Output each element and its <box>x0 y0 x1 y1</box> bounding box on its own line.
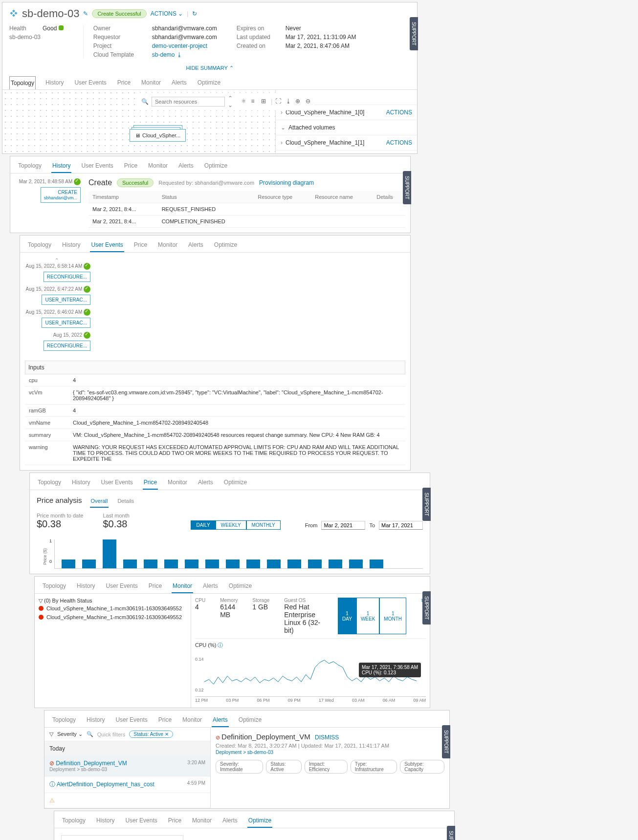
tab-monitor[interactable]: Monitor <box>181 713 203 727</box>
list-icon[interactable]: ≡ <box>251 98 258 106</box>
tab-topology[interactable]: Topology <box>42 580 67 593</box>
from-date-input[interactable] <box>321 521 365 530</box>
tab-optimize[interactable]: Optimize <box>247 814 272 828</box>
tab-optimize[interactable]: Optimize <box>213 238 238 252</box>
active-chip[interactable]: Status: Active ✕ <box>129 731 173 738</box>
edit-icon[interactable]: ✎ <box>83 10 88 17</box>
tab-user-events[interactable]: User Events <box>90 238 124 252</box>
tab-topology[interactable]: Topology <box>27 238 52 252</box>
tab-optimize[interactable]: Optimize <box>197 76 221 89</box>
quick-filters[interactable]: Quick filters <box>97 732 125 737</box>
vm-list-item[interactable]: Cloud_vSphere_Machine_1-mcm306191-163093… <box>39 604 187 613</box>
support-tab[interactable]: SUPPORT <box>403 171 411 204</box>
graph-icon[interactable]: ⚛ <box>241 98 248 106</box>
tab-price[interactable]: Price <box>167 814 182 828</box>
tab-price[interactable]: Price <box>143 476 158 490</box>
actions-dropdown[interactable]: ACTIONS ⌄ <box>151 10 183 17</box>
event-create[interactable]: CREATEsbhandari@vm... <box>41 187 81 203</box>
tab-history[interactable]: History <box>76 580 96 593</box>
tab-monitor[interactable]: Monitor <box>147 159 169 173</box>
tab-user-events[interactable]: User Events <box>80 159 114 173</box>
refresh-icon[interactable]: ↻ <box>192 10 197 17</box>
tab-monitor[interactable]: Monitor <box>167 476 188 490</box>
tab-price[interactable]: Price <box>116 76 132 89</box>
template-link[interactable]: sb-demo ⭳ <box>152 51 182 58</box>
to-date-input[interactable] <box>379 521 423 530</box>
download-icon[interactable]: ⭳ <box>286 98 292 106</box>
search-input[interactable] <box>152 97 225 107</box>
event-reconfigure[interactable]: RECONFIGURE... <box>44 272 90 282</box>
tab-topology[interactable]: Topology <box>9 76 36 89</box>
collapse-icon[interactable]: ⌃ <box>23 258 90 263</box>
table-row[interactable]: Mar 2, 2021, 8:4...COMPLETION_FINISHED <box>88 215 405 228</box>
zoom-in-icon[interactable]: ⊕ <box>295 98 302 106</box>
subtab-overall[interactable]: Overall <box>90 495 109 508</box>
tab-monitor[interactable]: Monitor <box>172 580 193 593</box>
tab-topology[interactable]: Topology <box>17 159 43 173</box>
tab-monitor[interactable]: Monitor <box>140 76 162 89</box>
tab-user-events[interactable]: User Events <box>105 580 138 593</box>
severity-filter[interactable]: Severity ⌄ <box>57 731 83 737</box>
tab-price[interactable]: Price <box>133 238 148 252</box>
dismiss-button[interactable]: DISMISS <box>315 734 339 741</box>
tab-optimize[interactable]: Optimize <box>228 580 253 593</box>
event-user-interact[interactable]: USER_INTERAC... <box>42 295 90 305</box>
tab-alerts[interactable]: Alerts <box>177 159 195 173</box>
fit-icon[interactable]: ⛶ <box>275 98 282 106</box>
project-link[interactable]: demo-vcenter-project <box>152 43 207 49</box>
tab-topology[interactable]: Topology <box>51 713 77 727</box>
tab-topology[interactable]: Topology <box>37 476 62 490</box>
tab-history[interactable]: History <box>44 76 65 89</box>
range-1week[interactable]: 1 WEEK <box>356 598 379 634</box>
vm-node[interactable]: 🖥Cloud_vSpher... <box>130 129 186 142</box>
tab-history[interactable]: History <box>51 159 71 173</box>
tab-topology[interactable]: Topology <box>61 814 87 828</box>
filter-icon[interactable]: ▽ <box>49 731 53 737</box>
topology-canvas[interactable]: 🔍 ⌃ ⌄ ⚛ ≡ ⊞ | ⛶ ⭳ ⊕ ⊖ 🖥Cloud_vSpher... <box>2 90 275 153</box>
table-row[interactable]: Mar 2, 2021, 8:4...REQUEST_FINISHED <box>88 203 405 215</box>
tab-alerts[interactable]: Alerts <box>202 580 219 593</box>
support-tab[interactable]: SUPPORT <box>447 826 455 840</box>
range-1month[interactable]: 1 MONTH <box>379 598 406 634</box>
range-daily[interactable]: DAILY <box>191 520 215 530</box>
vm-list-item[interactable]: Cloud_vSphere_Machine_1-mcm306192-163093… <box>39 613 187 622</box>
tab-price[interactable]: Price <box>148 580 163 593</box>
range-monthly[interactable]: MONTHLY <box>246 520 281 530</box>
tab-optimize[interactable]: Optimize <box>223 476 248 490</box>
support-tab[interactable]: SUPPORT <box>422 488 431 521</box>
support-tab[interactable]: SUPPORT <box>442 725 450 758</box>
info-icon[interactable]: ⓘ <box>218 642 223 648</box>
tree-attached-1[interactable]: ⌄Attached volumes <box>276 151 417 153</box>
event-reconfigure[interactable]: RECONFIGURE... <box>44 341 90 351</box>
tab-price[interactable]: Price <box>123 159 138 173</box>
provisioning-link[interactable]: Provisioning diagram <box>259 179 314 186</box>
tab-user-events[interactable]: User Events <box>124 814 158 828</box>
tab-alerts[interactable]: Alerts <box>212 713 229 727</box>
tab-alerts[interactable]: Alerts <box>197 476 214 490</box>
chevron-toggle-icon[interactable]: ⌃ ⌄ <box>228 95 238 108</box>
tab-history[interactable]: History <box>71 476 91 490</box>
range-weekly[interactable]: WEEKLY <box>216 520 246 530</box>
subtab-details[interactable]: Details <box>116 495 135 507</box>
tab-history[interactable]: History <box>86 713 106 727</box>
support-tab[interactable]: SUPPORT <box>410 17 418 50</box>
filter-health[interactable]: ▽ (0) By Health Status <box>39 598 187 604</box>
alert-list-item[interactable]: ⓘ AlertDefinition_Deployment_has_cost 4:… <box>44 776 210 793</box>
tab-history[interactable]: History <box>61 238 81 252</box>
tab-price[interactable]: Price <box>157 713 173 727</box>
tab-optimize[interactable]: Optimize <box>238 713 263 727</box>
tab-monitor[interactable]: Monitor <box>191 814 213 828</box>
alert-path-link[interactable]: Deployment > sb-demo-03 <box>216 750 444 755</box>
tab-alerts[interactable]: Alerts <box>187 238 204 252</box>
tab-history[interactable]: History <box>95 814 115 828</box>
event-user-interact[interactable]: USER_INTERAC... <box>42 318 90 328</box>
tab-optimize[interactable]: Optimize <box>203 159 228 173</box>
tab-user-events[interactable]: User Events <box>100 476 133 490</box>
support-tab[interactable]: SUPPORT <box>422 591 431 625</box>
zoom-out-icon[interactable]: ⊖ <box>306 98 312 106</box>
tab-user-events[interactable]: User Events <box>114 713 148 727</box>
tab-monitor[interactable]: Monitor <box>157 238 178 252</box>
tab-alerts[interactable]: Alerts <box>171 76 188 89</box>
alert-list-item[interactable]: ⚠ <box>44 793 210 808</box>
tree-attached-0[interactable]: ⌄Attached volumes <box>276 120 417 135</box>
